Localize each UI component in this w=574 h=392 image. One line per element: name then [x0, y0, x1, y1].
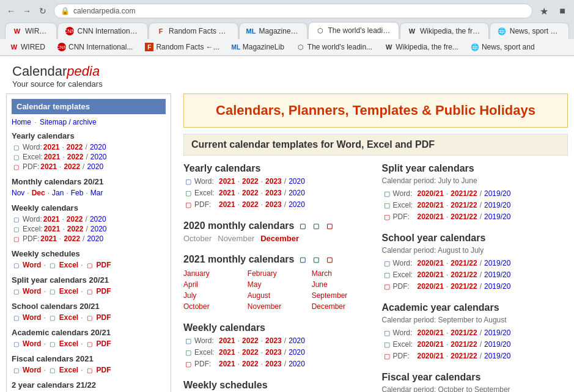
m-weekly-pdf-2022[interactable]: 2022 — [242, 360, 259, 368]
tab-wired[interactable]: W WIRED — [5, 23, 57, 39]
month-2021-may[interactable]: May — [248, 280, 306, 289]
month-feb[interactable]: Feb — [71, 189, 84, 197]
academic-excel-2019[interactable]: 2019/20 — [484, 340, 510, 349]
school-excel-2022[interactable]: 2021/22 — [451, 270, 477, 279]
school-pdf-2021[interactable]: 2020/21 — [418, 282, 444, 291]
school-pdf[interactable]: PDF — [97, 313, 111, 322]
weekly-excel-2022[interactable]: 2022 — [67, 225, 84, 233]
month-2021-nov[interactable]: November — [248, 302, 306, 311]
m-weekly-excel-2023[interactable]: 2023 — [265, 348, 282, 357]
month-2021-aug[interactable]: August — [248, 291, 306, 300]
m-yearly-excel-2022[interactable]: 2022 — [242, 189, 259, 197]
schedules-pdf[interactable]: PDF — [97, 261, 111, 269]
m-weekly-word-2022[interactable]: 2022 — [242, 336, 259, 345]
fiscal-excel[interactable]: Excel — [59, 366, 78, 374]
bookmark-news[interactable]: 🌐 News, sport and — [466, 42, 540, 53]
weekly-pdf-2022[interactable]: 2022 — [64, 234, 80, 243]
extension-button[interactable]: ■ — [556, 4, 569, 18]
fiscal-pdf[interactable]: PDF — [97, 366, 111, 374]
yearly-word-2020[interactable]: 2020 — [90, 143, 106, 151]
bookmark-wiki[interactable]: W Wikipedia, the fre... — [380, 42, 463, 53]
bookmark-wired[interactable]: W WIRED — [5, 42, 50, 53]
m-weekly-pdf-2021[interactable]: 2021 — [219, 360, 235, 368]
m-weekly-excel-2021[interactable]: 2021 — [219, 348, 235, 357]
m-weekly-word-2021[interactable]: 2021 — [219, 336, 235, 345]
split-excel-2022[interactable]: 2021/22 — [451, 201, 477, 209]
tab-wikipedia[interactable]: W Wikipedia, the fre... — [400, 23, 489, 39]
split-pdf-2021[interactable]: 2020/21 — [418, 212, 444, 221]
tab-random-facts[interactable]: F Random Facts ←... — [149, 23, 238, 39]
split-word-2019[interactable]: 2019/20 — [484, 189, 510, 198]
month-jan[interactable]: Jan — [52, 189, 64, 197]
month-2021-jun[interactable]: June — [312, 280, 370, 289]
m-weekly-excel-2020[interactable]: 2020 — [289, 348, 305, 357]
yearly-pdf-2021[interactable]: 2021 — [40, 162, 57, 171]
school-pdf-2022[interactable]: 2021/22 — [451, 282, 477, 291]
m-yearly-word-2020[interactable]: 2020 — [289, 177, 305, 186]
weekly-word-2022[interactable]: 2022 — [67, 215, 83, 223]
month-nov[interactable]: Nov — [12, 189, 24, 197]
split-excel-2021[interactable]: 2020/21 — [418, 201, 444, 209]
fiscal-word[interactable]: Word — [23, 366, 41, 374]
m-yearly-word-2023[interactable]: 2023 — [265, 177, 282, 186]
weekly-word-2020[interactable]: 2020 — [90, 215, 106, 223]
weekly-excel-2021[interactable]: 2021 — [44, 225, 61, 233]
m-yearly-pdf-2023[interactable]: 2023 — [265, 200, 282, 209]
school-excel-2021[interactable]: 2020/21 — [418, 270, 444, 279]
m-yearly-pdf-2022[interactable]: 2022 — [242, 200, 259, 209]
yearly-pdf-2020[interactable]: 2020 — [87, 162, 103, 171]
school-pdf-2019[interactable]: 2019/20 — [484, 282, 510, 291]
academic-excel[interactable]: Excel — [59, 339, 78, 348]
split-pdf-2022[interactable]: 2021/22 — [451, 212, 477, 221]
m-yearly-pdf-2021[interactable]: 2021 — [219, 200, 235, 209]
m-yearly-excel-2021[interactable]: 2021 — [219, 189, 235, 197]
weekly-excel-2020[interactable]: 2020 — [90, 225, 107, 233]
tab-cnn[interactable]: CNN CNN International... — [57, 23, 148, 39]
sidebar-sitemap-link[interactable]: Sitemap / archive — [40, 118, 97, 126]
bookmark-ml[interactable]: ML MagazineLib — [227, 42, 289, 53]
weekly-pdf-2021[interactable]: 2021 — [40, 234, 57, 243]
yearly-excel-2021[interactable]: 2021 — [44, 153, 61, 161]
yearly-word-2022[interactable]: 2022 — [67, 143, 83, 151]
month-2021-mar[interactable]: March — [312, 269, 370, 278]
tab-magazinelib[interactable]: ML MagazineLib — [239, 23, 307, 39]
tab-news[interactable]: 🌐 News, sport and — [490, 23, 569, 39]
month-2021-jul[interactable]: July — [183, 291, 241, 300]
m-yearly-word-2021[interactable]: 2021 — [219, 177, 235, 186]
m-weekly-excel-2022[interactable]: 2022 — [242, 348, 259, 357]
m-weekly-word-2023[interactable]: 2023 — [265, 336, 282, 345]
yearly-excel-2020[interactable]: 2020 — [90, 153, 107, 161]
forward-button[interactable]: → — [21, 5, 33, 17]
school-excel[interactable]: Excel — [59, 313, 78, 322]
month-mar[interactable]: Mar — [90, 189, 103, 197]
address-bar[interactable]: 🔒 calendarpedia.com — [54, 4, 532, 18]
star-button[interactable]: ★ — [537, 4, 551, 18]
school-word-2021[interactable]: 2020/21 — [418, 259, 444, 267]
school-word-2019[interactable]: 2019/20 — [484, 259, 510, 267]
sidebar-home-link[interactable]: Home — [12, 118, 31, 126]
split-excel-2019[interactable]: 2019/20 — [484, 201, 510, 209]
academic-word-2021[interactable]: 2020/21 — [418, 328, 444, 337]
month-2021-feb[interactable]: February — [248, 269, 306, 278]
split-word-2021[interactable]: 2020/21 — [418, 189, 444, 198]
split-excel[interactable]: Excel — [59, 287, 78, 296]
back-button[interactable]: ← — [5, 5, 17, 17]
academic-pdf-2022[interactable]: 2021/22 — [451, 352, 477, 360]
split-word[interactable]: Word — [23, 287, 41, 296]
academic-pdf[interactable]: PDF — [97, 339, 111, 348]
month-2020-october[interactable]: October — [183, 234, 212, 243]
bookmark-cnn[interactable]: CNN CNN International... — [53, 42, 138, 53]
m-weekly-pdf-2023[interactable]: 2023 — [265, 360, 282, 368]
month-2021-oct[interactable]: October — [183, 302, 241, 311]
schedules-excel[interactable]: Excel — [59, 261, 78, 269]
school-word-2022[interactable]: 2021/22 — [451, 259, 477, 267]
m-yearly-excel-2020[interactable]: 2020 — [289, 189, 305, 197]
school-excel-2019[interactable]: 2019/20 — [484, 270, 510, 279]
reload-button[interactable]: ↻ — [37, 5, 49, 17]
academic-word-2019[interactable]: 2019/20 — [484, 328, 510, 337]
school-word[interactable]: Word — [23, 313, 41, 322]
academic-word[interactable]: Word — [23, 339, 41, 348]
m-weekly-pdf-2020[interactable]: 2020 — [289, 360, 305, 368]
m-weekly-word-2020[interactable]: 2020 — [289, 336, 305, 345]
month-2020-november[interactable]: November — [218, 234, 254, 243]
